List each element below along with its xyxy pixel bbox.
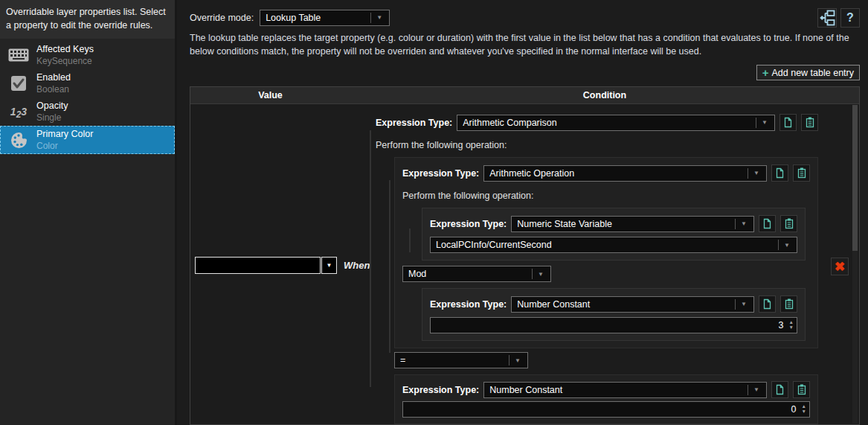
copy-icon <box>775 384 785 395</box>
help-icon: ? <box>846 11 854 25</box>
expression-type-select[interactable]: Numeric State Variable ▼ <box>511 216 754 232</box>
expression-panel-arithmetic-operation: Expression Type: Arithmetic Operation ▼ … <box>394 157 818 348</box>
paste-expression-button[interactable] <box>780 215 797 232</box>
numbers-icon: 123 <box>7 106 30 118</box>
property-list: Affected Keys KeySequence Enabled Boolea… <box>0 39 175 154</box>
expression-panel-number-constant: Expression Type: Number Constant ▼ 0 <box>394 374 818 424</box>
help-button[interactable]: ? <box>840 8 860 28</box>
expression-type-select[interactable]: Number Constant ▼ <box>483 382 767 398</box>
expression-row: Expression Type: Arithmetic Comparison ▼ <box>376 114 818 131</box>
chevron-down-icon: ▼ <box>327 262 332 269</box>
chevron-down-icon: ▼ <box>741 301 753 307</box>
property-type: Color <box>36 141 93 151</box>
tree-guide <box>389 180 390 353</box>
comparison-operator-select[interactable]: = ▼ <box>394 352 528 368</box>
copy-icon <box>762 298 772 310</box>
delete-icon: ✖ <box>835 261 845 273</box>
scrollbar-thumb[interactable] <box>852 105 858 251</box>
expression-type-select[interactable]: Arithmetic Operation ▼ <box>483 165 767 182</box>
spinner-down-icon: ▼ <box>789 325 794 330</box>
property-name: Primary Color <box>36 129 93 141</box>
expression-row: Expression Type: Number Constant ▼ <box>402 381 810 398</box>
sidebar-item-opacity[interactable]: 123 Opacity Single <box>0 98 175 126</box>
condition-editor: Expression Type: Arithmetic Comparison ▼… <box>376 104 818 424</box>
spinner-arrows[interactable]: ▲▼ <box>789 320 794 330</box>
number-constant-input[interactable]: 0 ▲▼ <box>402 401 810 418</box>
node-tree-icon <box>818 8 836 28</box>
perform-operation-label: Perform the following operation: <box>376 140 818 151</box>
paste-icon <box>785 218 794 229</box>
column-header-value: Value <box>190 87 350 103</box>
paste-expression-button[interactable] <box>801 114 818 131</box>
expression-type-select[interactable]: Arithmetic Comparison ▼ <box>457 115 775 131</box>
property-type: Single <box>36 112 68 123</box>
copy-expression-button[interactable] <box>759 215 776 232</box>
layer-override-editor: Overridable layer properties list. Selec… <box>0 0 868 425</box>
paste-expression-button[interactable] <box>793 164 810 182</box>
checkbox-icon <box>7 75 30 92</box>
override-editor-panel: Override mode: Lookup Table ▼ ? The look… <box>177 0 868 425</box>
expression-row: Expression Type: Number Constant ▼ <box>430 295 797 313</box>
keyboard-icon <box>7 48 30 62</box>
expression-panel-state-variable: Expression Type: Numeric State Variable … <box>422 208 806 261</box>
chevron-down-icon: ▼ <box>753 170 766 176</box>
expression-type-select[interactable]: Number Constant ▼ <box>511 296 754 313</box>
number-constant-input[interactable]: 3 ▲▼ <box>430 317 797 333</box>
override-mode-select[interactable]: Lookup Table ▼ <box>260 10 390 26</box>
sidebar-item-enabled[interactable]: Enabled Boolean <box>0 69 175 98</box>
color-picker-dropdown[interactable]: ▼ <box>321 257 337 274</box>
copy-icon <box>775 167 785 179</box>
expression-row: Expression Type: Numeric State Variable … <box>430 215 797 232</box>
lookup-table: Value Condition ▼ When ✖ <box>190 86 860 425</box>
chevron-down-icon: ▼ <box>762 119 774 126</box>
palette-icon <box>7 132 30 149</box>
chevron-down-icon: ▼ <box>538 271 550 278</box>
state-variable-select[interactable]: LocalPCInfo/CurrentSecond ▼ <box>430 237 797 253</box>
sidebar-item-affected-keys[interactable]: Affected Keys KeySequence <box>0 41 175 69</box>
property-name: Opacity <box>36 100 68 112</box>
table-row: ▼ When ✖ Expression Type: <box>190 104 859 424</box>
copy-expression-button[interactable] <box>779 114 797 131</box>
chevron-down-icon: ▼ <box>741 220 753 227</box>
chevron-down-icon: ▼ <box>753 386 766 393</box>
spinner-down-icon: ▼ <box>802 409 806 415</box>
paste-icon <box>785 298 794 310</box>
override-mode-label: Override mode: <box>190 13 254 23</box>
expression-row: Expression Type: Arithmetic Operation ▼ <box>402 164 810 182</box>
paste-icon <box>797 167 806 179</box>
table-header: Value Condition <box>190 87 859 104</box>
paste-expression-button[interactable] <box>793 381 810 398</box>
chevron-down-icon: ▼ <box>376 14 389 21</box>
tree-guide <box>370 130 371 387</box>
copy-expression-button[interactable] <box>771 381 788 398</box>
sidebar-item-primary-color[interactable]: Primary Color Color <box>0 126 175 154</box>
expression-panel-number-constant: Expression Type: Number Constant ▼ <box>422 288 806 341</box>
tree-guide <box>409 229 411 252</box>
property-type: KeySequence <box>36 56 94 66</box>
copy-icon <box>762 218 772 229</box>
copy-expression-button[interactable] <box>771 164 788 182</box>
lookup-table-description: The lookup table replaces the target pro… <box>190 31 859 58</box>
when-label: When <box>344 260 370 271</box>
column-header-condition: Condition <box>350 87 859 103</box>
node-tree-button[interactable] <box>817 8 837 28</box>
plus-icon: + <box>762 67 769 78</box>
paste-icon <box>806 117 814 128</box>
perform-operation-label: Perform the following operation: <box>402 191 810 202</box>
paste-expression-button[interactable] <box>780 295 797 313</box>
color-picker[interactable]: ▼ <box>195 257 337 274</box>
copy-icon <box>783 117 793 128</box>
operator-select[interactable]: Mod ▼ <box>402 266 551 282</box>
copy-expression-button[interactable] <box>759 295 776 313</box>
property-name: Affected Keys <box>36 44 94 56</box>
property-type: Boolean <box>36 84 71 95</box>
paste-icon <box>797 384 806 395</box>
add-table-entry-button[interactable]: + Add new table entry <box>756 65 860 80</box>
sidebar-instructions: Overridable layer properties list. Selec… <box>0 0 175 39</box>
topbar: Override mode: Lookup Table ▼ ? <box>190 0 860 30</box>
table-scrollbar <box>852 105 858 424</box>
spinner-arrows[interactable]: ▲▼ <box>802 404 806 415</box>
property-name: Enabled <box>36 72 71 84</box>
color-swatch-frame <box>195 257 321 274</box>
delete-entry-button[interactable]: ✖ <box>831 258 849 275</box>
